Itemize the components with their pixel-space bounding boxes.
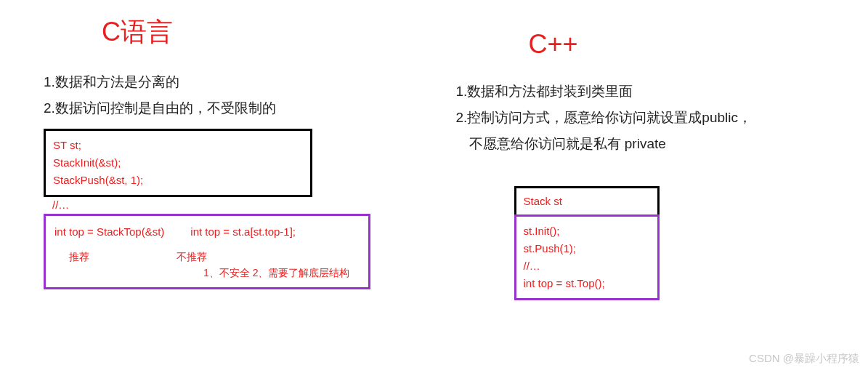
watermark: CSDN @暴躁小程序猿 [749,352,859,366]
code-line: StackPush(&st, 1); [53,172,303,189]
not-recommend-label: 不推荐 [177,251,207,264]
code-part: int top = StackTop(&st) [54,225,164,238]
code-line: StackInit(&st); [53,154,303,172]
recommend-label: 推荐 [69,251,89,264]
recommendation-row: 推荐 不推荐 [54,251,360,264]
right-boxes: Stack st st.Init(); st.Push(1); //… int … [514,186,825,300]
left-column: C语言 1.数据和方法是分离的 2.数据访问控制是自由的，不受限制的 ST st… [44,15,413,300]
reason-text: 1、不安全 2、需要了解底层结构 [203,267,360,280]
left-purple-code-box: int top = StackTop(&st)int top = st.a[st… [44,214,370,289]
code-line: st.Push(1); [524,240,650,257]
left-title: C语言 [102,15,413,50]
code-line: int top = st.Top(); [524,275,650,292]
code-line: Stack st [524,193,650,210]
code-part: int top = st.a[st.top-1]; [190,225,296,238]
code-line: ST st; [53,137,303,154]
left-black-code-box: ST st; StackInit(&st); StackPush(&st, 1)… [44,129,312,197]
code-comment: //… [52,198,413,211]
right-column: C++ 1.数据和方法都封装到类里面 2.控制访问方式，愿意给你访问就设置成pu… [456,15,825,300]
right-point-1: 1.数据和方法都封装到类里面 [456,79,825,105]
left-point-1: 1.数据和方法是分离的 [44,69,413,95]
left-point-2: 2.数据访问控制是自由的，不受限制的 [44,95,413,121]
right-point-2-cont: 不愿意给你访问就是私有 private [469,131,825,157]
right-point-2: 2.控制访问方式，愿意给你访问就设置成public， [456,105,825,131]
code-line: int top = StackTop(&st)int top = st.a[st… [54,223,360,241]
right-black-code-box: Stack st [514,186,660,217]
code-line: //… [524,257,650,275]
right-purple-code-box: st.Init(); st.Push(1); //… int top = st.… [514,214,660,300]
code-line: st.Init(); [524,222,650,240]
right-title: C++ [529,29,825,60]
